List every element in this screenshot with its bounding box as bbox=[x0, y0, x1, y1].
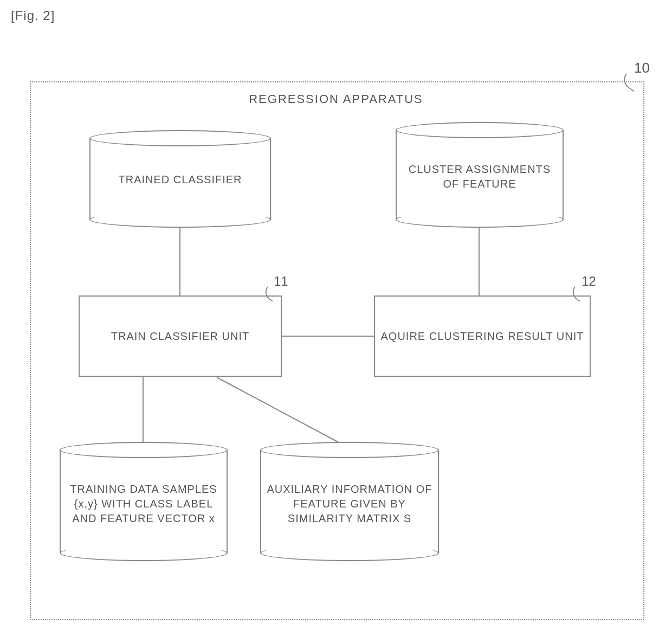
store-trained-classifier-label: TRAINED CLASSIFIER bbox=[91, 172, 270, 187]
connector-trained-to-trainunit bbox=[179, 228, 180, 295]
acquire-clustering-result-unit: AQUIRE CLUSTERING RESULT UNIT bbox=[374, 295, 591, 377]
store-cluster-assignments: CLUSTER ASSIGNMENTS OF FEATURE bbox=[396, 130, 564, 220]
train-classifier-unit-label: TRAIN CLASSIFIER UNIT bbox=[111, 329, 249, 344]
connector-cluster-to-acquireunit bbox=[479, 228, 480, 295]
train-classifier-unit: TRAIN CLASSIFIER UNIT bbox=[79, 295, 282, 377]
connector-trainunit-to-samples bbox=[143, 377, 144, 442]
store-auxiliary-info-label: AUXILIARY INFORMATION OF FEATURE GIVEN B… bbox=[261, 482, 438, 526]
store-cluster-assignments-label: CLUSTER ASSIGNMENTS OF FEATURE bbox=[397, 162, 563, 191]
store-trained-classifier: TRAINED CLASSIFIER bbox=[89, 138, 271, 220]
store-training-samples-label: TRAINING DATA SAMPLES {x,y} WITH CLASS L… bbox=[61, 482, 227, 526]
acquire-unit-ref-number: 12 bbox=[581, 274, 596, 289]
store-training-samples: TRAINING DATA SAMPLES {x,y} WITH CLASS L… bbox=[60, 450, 228, 553]
train-unit-ref-number: 11 bbox=[274, 274, 288, 289]
figure-page: [Fig. 2] 10 REGRESSION APPARATUS TRAINED… bbox=[0, 0, 672, 630]
store-auxiliary-info: AUXILIARY INFORMATION OF FEATURE GIVEN B… bbox=[260, 450, 439, 553]
apparatus-title: REGRESSION APPARATUS bbox=[0, 92, 672, 106]
apparatus-ref-number: 10 bbox=[634, 60, 650, 76]
acquire-clustering-result-unit-label: AQUIRE CLUSTERING RESULT UNIT bbox=[381, 329, 584, 344]
connector-trainunit-to-acquireunit bbox=[282, 336, 374, 337]
figure-label: [Fig. 2] bbox=[11, 8, 55, 23]
